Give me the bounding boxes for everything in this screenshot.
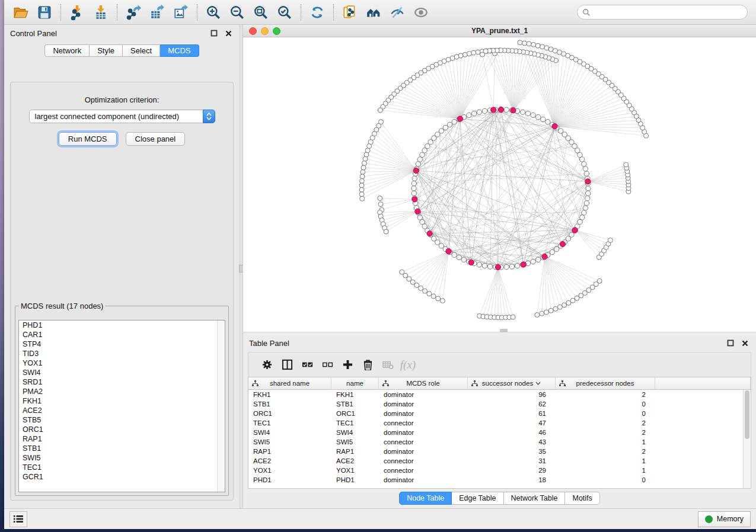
table-row[interactable]: PHD1PHD1dominator180 bbox=[248, 475, 751, 485]
table-row[interactable]: RAP1RAP1dominator352 bbox=[248, 447, 751, 456]
minimize-window-icon[interactable] bbox=[261, 27, 269, 35]
table-cell: TEC1 bbox=[331, 419, 379, 427]
zoom-in-icon[interactable] bbox=[202, 2, 225, 23]
mcds-result-item[interactable]: PMA2 bbox=[19, 387, 225, 396]
save-session-icon[interactable] bbox=[33, 2, 56, 23]
list-icon bbox=[13, 514, 24, 524]
network-canvas[interactable] bbox=[243, 37, 756, 332]
column-label: successor nodes bbox=[482, 380, 533, 387]
tab-motifs[interactable]: Motifs bbox=[565, 492, 599, 505]
column-header-name[interactable]: name bbox=[331, 377, 379, 389]
run-mcds-button[interactable]: Run MCDS bbox=[59, 132, 117, 146]
mcds-result-item[interactable]: PHD1 bbox=[19, 321, 225, 330]
export-table-icon[interactable] bbox=[145, 2, 169, 23]
table-row[interactable]: ORC1ORC1dominator610 bbox=[248, 409, 751, 418]
horizontal-splitter[interactable] bbox=[243, 332, 756, 335]
column-header-MCDS-role[interactable]: MCDS role bbox=[379, 377, 468, 389]
mcds-result-item[interactable]: FKH1 bbox=[19, 396, 225, 406]
mcds-result-item[interactable]: STP4 bbox=[19, 339, 225, 349]
table-row[interactable]: TEC1TEC1connector472 bbox=[248, 418, 751, 428]
column-label: predecessor nodes bbox=[576, 380, 634, 387]
close-panel-icon[interactable] bbox=[223, 28, 234, 39]
maximize-window-icon[interactable] bbox=[273, 27, 280, 35]
control-panel-tabs: NetworkStyleSelectMCDS bbox=[4, 44, 240, 57]
mcds-result-item[interactable]: STB1 bbox=[19, 444, 225, 453]
show-columns-icon[interactable] bbox=[277, 356, 297, 374]
function-builder-icon: f(x) bbox=[398, 356, 418, 374]
network-from-file-icon[interactable] bbox=[338, 2, 362, 23]
table-row[interactable]: SWI5SWI5connector431 bbox=[248, 437, 751, 447]
table-options-icon[interactable] bbox=[257, 356, 277, 374]
table-row[interactable]: ACE2ACE2connector311 bbox=[248, 456, 751, 466]
mcds-result-item[interactable]: CAR1 bbox=[19, 330, 225, 339]
zoom-fit-icon[interactable] bbox=[249, 2, 273, 23]
float-panel-icon[interactable] bbox=[725, 338, 736, 348]
list-scrollbar[interactable] bbox=[217, 321, 225, 492]
table-cell: connector bbox=[379, 457, 468, 464]
add-column-icon[interactable] bbox=[337, 356, 358, 374]
search-input[interactable] bbox=[594, 8, 742, 17]
open-file-icon[interactable] bbox=[9, 2, 33, 23]
mcds-result-item[interactable]: TEC1 bbox=[19, 463, 225, 472]
task-history-button[interactable] bbox=[9, 511, 27, 527]
table-row[interactable]: SWI4SWI4dominator462 bbox=[248, 428, 751, 437]
import-network-icon[interactable] bbox=[65, 2, 89, 23]
mcds-result-item[interactable]: SWI4 bbox=[19, 368, 225, 377]
column-header-shared-name[interactable]: shared name bbox=[248, 377, 331, 389]
tab-edge-table[interactable]: Edge Table bbox=[452, 492, 503, 505]
export-image-icon[interactable] bbox=[169, 2, 193, 23]
table-cell: 35 bbox=[468, 448, 556, 455]
mcds-result-item[interactable]: SRD1 bbox=[19, 377, 225, 387]
tab-style[interactable]: Style bbox=[90, 44, 123, 57]
splitter-handle[interactable] bbox=[500, 329, 508, 332]
mcds-result-list[interactable]: PHD1CAR1STP4TID3YOX1SWI4SRD1PMA2FKH1ACE2… bbox=[18, 320, 225, 492]
table-cell: RAP1 bbox=[331, 448, 379, 455]
search-icon bbox=[582, 8, 591, 17]
table-panel: Table Panel bbox=[243, 335, 756, 508]
close-window-icon[interactable] bbox=[249, 27, 257, 35]
mcds-result-item[interactable]: SWI5 bbox=[19, 453, 225, 463]
column-header-successor-nodes[interactable]: successor nodes bbox=[468, 377, 556, 389]
scrollbar-thumb[interactable] bbox=[745, 390, 749, 439]
mcds-result-item[interactable]: YOX1 bbox=[19, 358, 225, 368]
memory-button[interactable]: Memory bbox=[698, 511, 751, 527]
export-network-icon[interactable] bbox=[122, 2, 145, 23]
select-all-icon[interactable] bbox=[297, 356, 317, 374]
tab-mcds[interactable]: MCDS bbox=[160, 44, 199, 57]
mcds-result-item[interactable]: ACE2 bbox=[19, 406, 225, 415]
mcds-result-item[interactable]: TID3 bbox=[19, 349, 225, 358]
close-panel-icon[interactable] bbox=[739, 338, 750, 348]
table-scrollbar[interactable] bbox=[743, 390, 751, 488]
table-cell: STB1 bbox=[248, 400, 331, 408]
hide-selected-icon[interactable] bbox=[385, 2, 409, 23]
search-field[interactable] bbox=[577, 5, 748, 20]
mcds-result-item[interactable]: STB5 bbox=[19, 415, 225, 425]
table-row[interactable]: STB1STB1dominator620 bbox=[248, 399, 751, 409]
float-panel-icon[interactable] bbox=[209, 28, 219, 39]
toolbar-separator bbox=[60, 4, 61, 21]
refresh-icon[interactable] bbox=[305, 2, 329, 23]
zoom-selected-icon[interactable] bbox=[273, 2, 296, 23]
first-neighbors-icon[interactable] bbox=[362, 2, 385, 23]
tab-select[interactable]: Select bbox=[123, 44, 160, 57]
column-header-predecessor-nodes[interactable]: predecessor nodes bbox=[556, 377, 655, 389]
show-all-icon[interactable] bbox=[409, 2, 433, 23]
table-row[interactable]: FKH1FKH1dominator962 bbox=[248, 390, 751, 399]
table-cell: 2 bbox=[556, 429, 655, 436]
close-panel-button[interactable]: Close panel bbox=[126, 132, 186, 146]
table-tabs: Node TableEdge TableNetwork TableMotifs bbox=[243, 491, 756, 505]
criterion-dropdown[interactable]: largest connected component (undirected) bbox=[29, 110, 215, 123]
mcds-result-item[interactable]: RAP1 bbox=[19, 434, 225, 444]
mcds-result-item[interactable]: ORC1 bbox=[19, 425, 225, 434]
zoom-out-icon[interactable] bbox=[225, 2, 249, 23]
table-row[interactable]: YOX1YOX1connector291 bbox=[248, 466, 751, 475]
column-type-icon bbox=[252, 380, 259, 387]
import-table-icon[interactable] bbox=[89, 2, 113, 23]
deselect-all-icon[interactable] bbox=[317, 356, 337, 374]
tab-node-table[interactable]: Node Table bbox=[399, 492, 452, 505]
mcds-result-item[interactable]: GCR1 bbox=[19, 472, 225, 482]
delete-column-icon[interactable] bbox=[358, 356, 378, 374]
tab-network-table[interactable]: Network Table bbox=[504, 492, 566, 505]
tab-network[interactable]: Network bbox=[44, 44, 90, 57]
node-table-body: FKH1FKH1dominator962STB1STB1dominator620… bbox=[248, 390, 751, 485]
